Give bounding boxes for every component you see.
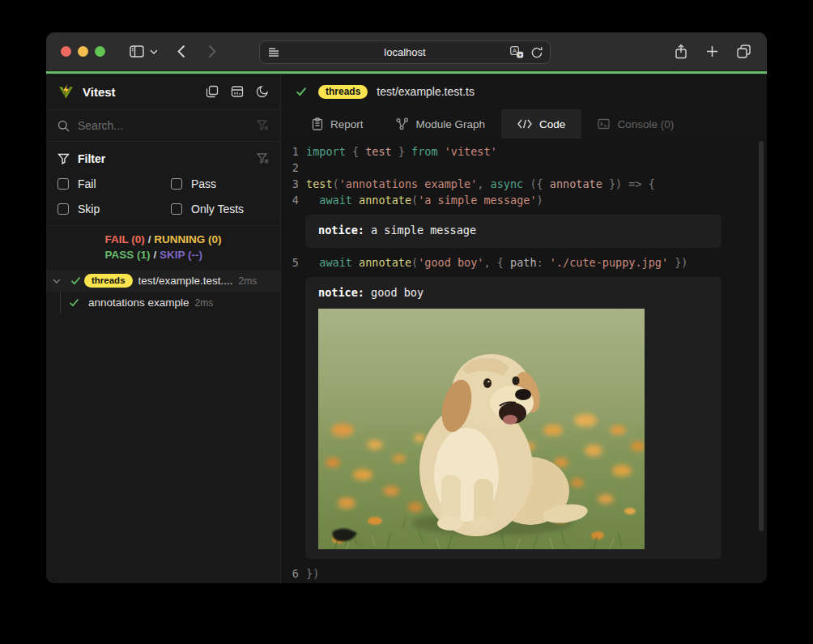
- filter-icon: [57, 153, 70, 164]
- fail-count: FAIL (0): [105, 233, 145, 245]
- main-panel: threads test/example.test.ts Report Modu…: [281, 74, 767, 583]
- test-case-name: annotations example: [88, 296, 189, 309]
- forward-icon[interactable]: [208, 45, 216, 58]
- test-summary: FAIL (0) / RUNNING (0) PASS (1) / SKIP (…: [46, 225, 280, 267]
- new-tab-icon[interactable]: [706, 45, 718, 58]
- tab-bar: Report Module Graph Code: [281, 109, 767, 139]
- file-header: threads test/example.test.ts: [281, 74, 767, 109]
- test-duration: 2ms: [195, 297, 214, 309]
- annotation-notice: notice: good boy: [305, 277, 721, 559]
- code-line: 5 await annotate('good boy', { path: './…: [281, 254, 767, 271]
- annotation-notice: notice: a simple message: [305, 215, 721, 248]
- open-file-name: test/example.test.ts: [377, 85, 475, 98]
- minimize-window-button[interactable]: [78, 46, 88, 57]
- checkbox[interactable]: [171, 178, 182, 190]
- search-icon: [57, 120, 70, 132]
- pool-badge: threads: [318, 85, 368, 99]
- code-line: 4 await annotate('a simple message'): [281, 192, 767, 208]
- summary-line-1: FAIL (0) / RUNNING (0): [105, 232, 222, 247]
- scrollbar-thumb[interactable]: [759, 141, 764, 531]
- tab-console[interactable]: Console (0): [581, 109, 690, 139]
- summary-line-2: PASS (1) / SKIP (--): [105, 247, 222, 262]
- filter-checkbox-fail[interactable]: Fail: [57, 177, 171, 190]
- pass-count: PASS (1): [105, 249, 151, 261]
- pool-badge: threads: [84, 274, 133, 288]
- tree-guide-line: [60, 292, 61, 313]
- code-area[interactable]: 1import { test } from 'vitest'23test('an…: [281, 139, 767, 583]
- checkbox[interactable]: [171, 203, 182, 215]
- filter-checkbox-pass[interactable]: Pass: [171, 177, 269, 190]
- dashboard-icon[interactable]: [231, 85, 244, 98]
- close-window-button[interactable]: [61, 46, 71, 57]
- url-bar[interactable]: localhost A✦: [259, 41, 551, 64]
- share-icon[interactable]: [675, 44, 687, 59]
- running-count: RUNNING (0): [154, 233, 221, 245]
- filter-checkbox-only-tests[interactable]: Only Tests: [171, 203, 269, 215]
- browser-window: localhost A✦: [46, 32, 767, 583]
- tab-code[interactable]: Code: [501, 109, 581, 139]
- test-file-row[interactable]: threads test/example.test.... 2ms: [46, 270, 280, 292]
- notice-text: good boy: [364, 286, 424, 299]
- translate-icon[interactable]: A✦: [510, 46, 524, 58]
- browser-toolbar: localhost A✦: [46, 32, 767, 71]
- notice-text: a simple message: [364, 224, 476, 237]
- chevron-down-icon[interactable]: [150, 49, 158, 54]
- sidebar: Vitest: [46, 74, 281, 583]
- test-tree: threads test/example.test.... 2ms annota…: [46, 270, 280, 313]
- test-file-name: test/example.test....: [138, 275, 233, 287]
- check-icon: [69, 298, 79, 307]
- tab-overview-icon[interactable]: [737, 45, 751, 58]
- skip-count: SKIP (--): [160, 249, 202, 261]
- tab-module-graph[interactable]: Module Graph: [380, 109, 502, 139]
- tab-report[interactable]: Report: [296, 109, 380, 139]
- filter-checkbox-skip[interactable]: Skip: [57, 203, 171, 215]
- url-text: localhost: [260, 46, 550, 58]
- console-icon: [598, 118, 610, 130]
- code-line: 2: [281, 160, 767, 176]
- chevron-down-icon[interactable]: [53, 279, 64, 284]
- code-line: 1import { test } from 'vitest': [281, 143, 767, 160]
- search-input[interactable]: [78, 119, 257, 132]
- vitest-logo: [57, 83, 74, 100]
- test-case-row[interactable]: annotations example 2ms: [46, 292, 280, 313]
- filter-clear-icon[interactable]: [257, 153, 269, 164]
- panels-icon[interactable]: [206, 85, 219, 98]
- notice-label: notice:: [318, 286, 364, 299]
- code-line: 6}): [281, 565, 767, 582]
- code-icon: [517, 119, 532, 129]
- reload-icon[interactable]: [531, 46, 543, 58]
- back-icon[interactable]: [177, 45, 185, 58]
- check-icon: [296, 87, 307, 96]
- checkbox[interactable]: [57, 178, 69, 190]
- filter-clear-icon[interactable]: [257, 120, 269, 131]
- code-line: 3test('annotations example', async ({ an…: [281, 176, 767, 192]
- svg-text:A: A: [513, 47, 517, 54]
- filter-section-title: Filter: [78, 152, 105, 165]
- traffic-lights: [61, 46, 105, 57]
- clipboard-icon: [312, 117, 323, 130]
- app-title: Vitest: [83, 85, 116, 99]
- svg-text:✦: ✦: [518, 53, 522, 58]
- moon-icon[interactable]: [256, 85, 269, 98]
- sidebar-toggle-icon[interactable]: [130, 45, 144, 58]
- checkbox[interactable]: [57, 203, 69, 215]
- zoom-window-button[interactable]: [95, 46, 105, 57]
- check-icon: [70, 276, 81, 285]
- test-duration: 2ms: [239, 275, 258, 287]
- puppy-image: [318, 309, 645, 549]
- notice-label: notice:: [318, 224, 364, 237]
- module-graph-icon: [396, 117, 409, 130]
